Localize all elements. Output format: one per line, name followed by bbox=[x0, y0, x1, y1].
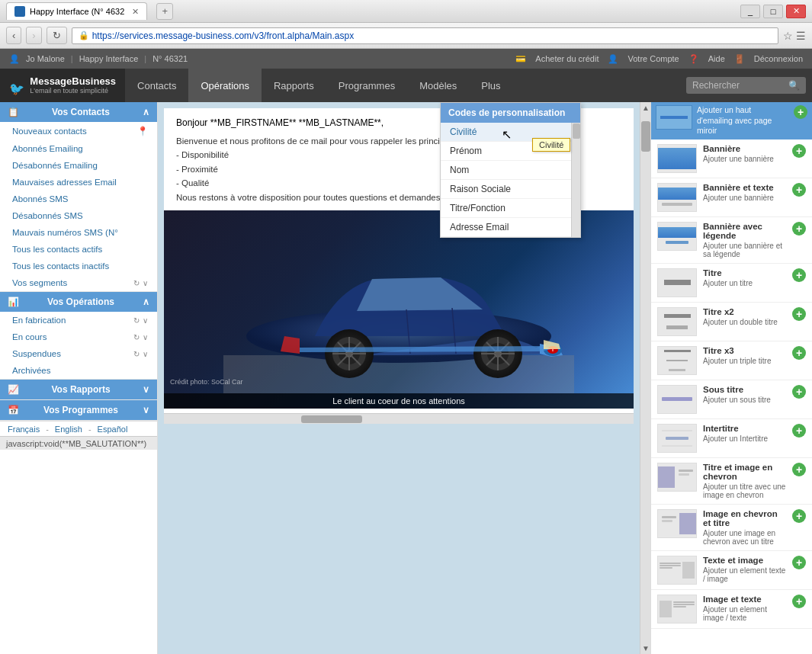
block-add-banniere[interactable]: + bbox=[792, 144, 806, 158]
nav-item-contacts[interactable]: Contacts bbox=[125, 69, 188, 102]
sidebar-item-suspendues[interactable]: Suspendues ↻ ∨ bbox=[0, 345, 157, 362]
nav-item-programmes[interactable]: Programmes bbox=[326, 69, 407, 102]
block-add-banniere-legende[interactable]: + bbox=[792, 222, 806, 236]
personalization-item-raison[interactable]: Raison Sociale bbox=[441, 180, 580, 199]
new-tab-button[interactable]: + bbox=[156, 3, 173, 20]
menu-icon[interactable]: ☰ bbox=[796, 30, 806, 42]
nav-item-rapports[interactable]: Rapports bbox=[262, 69, 326, 102]
block-item-titre-chevron[interactable]: Titre et image en chevron Ajouter un tit… bbox=[651, 458, 812, 505]
personalization-item-email[interactable]: Adresse Email bbox=[441, 218, 580, 237]
user-icon: 👤 bbox=[9, 54, 20, 64]
block-add-intertitre[interactable]: + bbox=[792, 424, 806, 438]
my-account-link[interactable]: Votre Compte bbox=[627, 54, 679, 63]
block-item-titre[interactable]: Titre Ajouter un titre + bbox=[651, 264, 812, 303]
operations-section-header[interactable]: 📊 Vos Opérations ∧ bbox=[0, 292, 157, 312]
personalization-item-nom[interactable]: Nom bbox=[441, 161, 580, 180]
refresh-button[interactable]: ↻ bbox=[47, 27, 67, 44]
block-info-sous-titre: Sous titre Ajouter un sous titre bbox=[703, 385, 786, 404]
block-add-titre2[interactable]: + bbox=[792, 307, 806, 321]
browser-tab[interactable]: Happy Interface (N° 4632 ✕ bbox=[6, 2, 147, 20]
back-button[interactable]: ‹ bbox=[6, 27, 21, 44]
block-add-sous-titre[interactable]: + bbox=[792, 385, 806, 399]
maximize-button[interactable]: □ bbox=[763, 5, 783, 18]
block-item-texte-image[interactable]: Texte et image Ajouter un element texte … bbox=[651, 551, 812, 590]
refresh-icon[interactable]: ↻ bbox=[133, 333, 140, 341]
scroll-up-button[interactable]: ▲ bbox=[640, 102, 650, 114]
chevron-down-icon[interactable]: ∨ bbox=[143, 350, 148, 358]
top-bar-add-btn[interactable]: + bbox=[794, 105, 807, 119]
scrollbar-thumb[interactable] bbox=[641, 121, 650, 152]
nav-item-operations[interactable]: Opérations bbox=[188, 69, 262, 102]
sidebar-item[interactable]: Tous les contacts actifs bbox=[0, 241, 157, 258]
block-item-image-chevron[interactable]: Image en chevron et titre Ajouter une im… bbox=[651, 505, 812, 551]
sidebar-item-archivees[interactable]: Archivées bbox=[0, 362, 157, 379]
buy-credit-link[interactable]: Acheter du crédit bbox=[535, 54, 599, 63]
block-info-intertitre: Intertitre Ajouter un Intertitre bbox=[703, 424, 786, 443]
lang-es-link[interactable]: Español bbox=[98, 425, 128, 434]
logout-icon: 🚪 bbox=[734, 54, 745, 64]
bookmark-icon[interactable]: ☆ bbox=[783, 30, 793, 42]
scrollbar-track[interactable] bbox=[640, 114, 650, 643]
block-desc: Ajouter un titre bbox=[703, 279, 786, 287]
contacts-section-header[interactable]: 📋 Vos Contacts ∧ bbox=[0, 102, 157, 122]
address-bar[interactable]: 🔒 https://services.message-business.com/… bbox=[72, 27, 778, 44]
block-add-titre[interactable]: + bbox=[792, 268, 806, 282]
search-icon[interactable]: 🔍 bbox=[788, 80, 800, 91]
logout-link[interactable]: Déconnexion bbox=[754, 54, 803, 63]
forward-button[interactable]: › bbox=[26, 27, 41, 44]
tab-close-icon[interactable]: ✕ bbox=[132, 7, 139, 17]
close-button[interactable]: ✕ bbox=[786, 5, 806, 18]
block-item-intertitre[interactable]: Intertitre Ajouter un Intertitre + bbox=[651, 419, 812, 458]
rapports-section-header[interactable]: 📈 Vos Rapports ∨ bbox=[0, 380, 157, 399]
block-item-titre3[interactable]: Titre x3 Ajouter un triple titre + bbox=[651, 341, 812, 380]
block-item-image-texte[interactable]: Image et texte Ajouter un element image … bbox=[651, 590, 812, 629]
block-item-banniere-texte[interactable]: Bannière et texte Ajouter une bannière + bbox=[651, 178, 812, 217]
help-link[interactable]: Aide bbox=[708, 54, 725, 63]
nav-item-modeles[interactable]: Modèles bbox=[407, 69, 469, 102]
refresh-icon[interactable]: ↻ bbox=[133, 279, 140, 287]
block-add-banniere-texte[interactable]: + bbox=[792, 183, 806, 197]
programmes-section-header[interactable]: 📅 Vos Programmes ∨ bbox=[0, 400, 157, 420]
sidebar-item[interactable]: Mauvaises adresses Email bbox=[0, 174, 157, 191]
lang-en-link[interactable]: English bbox=[55, 425, 82, 434]
personalization-item-titre[interactable]: Titre/Fonction bbox=[441, 199, 580, 218]
block-preview-intertitre bbox=[657, 424, 697, 453]
chevron-down-icon[interactable]: ∨ bbox=[143, 279, 148, 287]
sidebar-item[interactable]: Abonnés Emailing bbox=[0, 140, 157, 157]
nav-item-plus[interactable]: Plus bbox=[469, 69, 512, 102]
minimize-button[interactable]: _ bbox=[740, 5, 760, 18]
bottom-scrollbar[interactable] bbox=[164, 413, 634, 424]
sidebar-item[interactable]: Abonnés SMS bbox=[0, 191, 157, 207]
personalization-dropdown: Codes de personnalisation Civilité Préno… bbox=[440, 102, 581, 238]
refresh-icon[interactable]: ↻ bbox=[133, 316, 140, 325]
chevron-down-icon[interactable]: ∨ bbox=[143, 333, 148, 341]
search-input[interactable] bbox=[692, 80, 784, 91]
bottom-scroll-thumb[interactable] bbox=[301, 415, 362, 423]
sidebar-item-en-fabrication[interactable]: En fabrication ↻ ∨ bbox=[0, 312, 157, 329]
personalization-scrollbar-track[interactable] bbox=[571, 123, 580, 237]
block-item-sous-titre[interactable]: Sous titre Ajouter un sous titre + bbox=[651, 380, 812, 419]
sidebar-item[interactable]: Tous les contacts inactifs bbox=[0, 258, 157, 274]
sidebar-item[interactable]: Nouveaux contacts 📍 bbox=[0, 122, 157, 140]
personalization-scroll-thumb[interactable] bbox=[573, 123, 580, 139]
block-add-texte-image[interactable]: + bbox=[792, 556, 806, 569]
block-item-banniere[interactable]: Bannière Ajouter une bannière + bbox=[651, 139, 812, 178]
sidebar-item-en-cours[interactable]: En cours ↻ ∨ bbox=[0, 329, 157, 345]
block-add-titre3[interactable]: + bbox=[792, 346, 806, 360]
nav-items: Contacts Opérations Rapports Programmes … bbox=[125, 69, 686, 102]
refresh-icon[interactable]: ↻ bbox=[133, 350, 140, 358]
block-item-titre2[interactable]: Titre x2 Ajouter un double titre + bbox=[651, 303, 812, 341]
programmes-section: 📅 Vos Programmes ∨ bbox=[0, 400, 157, 421]
scroll-down-button[interactable]: ▼ bbox=[640, 643, 650, 654]
block-add-image-chevron[interactable]: + bbox=[792, 509, 806, 523]
sidebar-item-segments[interactable]: Vos segments ↻ ∨ bbox=[0, 274, 157, 291]
lang-fr-link[interactable]: Français bbox=[8, 425, 40, 434]
block-add-image-texte[interactable]: + bbox=[792, 595, 806, 608]
sidebar-item[interactable]: Désabonnés Emailing bbox=[0, 157, 157, 174]
sidebar-item[interactable]: Mauvais numéros SMS (N° bbox=[0, 224, 157, 241]
block-add-titre-chevron[interactable]: + bbox=[792, 463, 806, 476]
block-desc: Ajouter une bannière bbox=[703, 194, 786, 202]
chevron-down-icon[interactable]: ∨ bbox=[143, 316, 148, 325]
block-item-banniere-legende[interactable]: Bannière avec légende Ajouter une banniè… bbox=[651, 217, 812, 264]
sidebar-item[interactable]: Désabonnés SMS bbox=[0, 207, 157, 224]
